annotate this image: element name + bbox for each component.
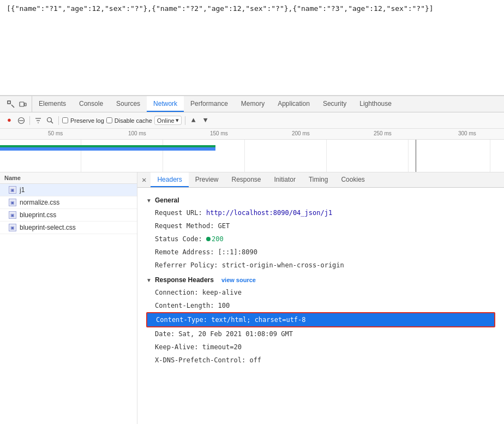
browser-content-area: [{"name":"?1","age":12,"sex":"?"},{"name… <box>0 0 504 95</box>
request-url-row: Request URL: http://localhost:8090/04_js… <box>146 206 495 219</box>
detail-tab-bar: ✕ Headers Preview Response Initiator Tim… <box>137 172 504 188</box>
timeline-vertical-marker <box>416 140 416 172</box>
status-dot <box>206 237 211 241</box>
grid-line-4 <box>326 140 327 172</box>
timeline-area: 50 ms 100 ms 150 ms 200 ms 250 ms 300 ms <box>0 129 504 172</box>
clear-button[interactable] <box>16 116 26 126</box>
timeline-graph <box>0 140 504 172</box>
request-method-row: Request Method: GET <box>146 219 495 232</box>
grid-line-5 <box>408 140 409 172</box>
tab-network[interactable]: Network <box>147 96 184 112</box>
tab-elements[interactable]: Elements <box>32 96 73 112</box>
ruler-tick-200ms: 200 ms <box>292 130 310 136</box>
devtools-panel: Elements Console Sources Network Perform… <box>0 95 504 424</box>
file-name-blueprint-select: blueprint-select.css <box>20 224 76 231</box>
detail-close-button[interactable]: ✕ <box>137 172 151 187</box>
file-icon-j1: ▣ <box>9 186 16 194</box>
inspect-element-icon[interactable] <box>7 100 15 109</box>
svg-line-10 <box>51 121 53 123</box>
file-item-blueprint-css[interactable]: ▣ blueprint.css <box>0 209 137 222</box>
response-headers-section-header: ▼ Response Headers view source <box>146 276 495 284</box>
file-item-blueprint-select-css[interactable]: ▣ blueprint-select.css <box>0 222 137 234</box>
response-header-date: Date: Sat, 20 Feb 2021 01:08:09 GMT <box>146 327 495 341</box>
headers-content: ▼ General Request URL: http://localhost:… <box>137 188 504 371</box>
response-header-content-length: Content-Length: 100 <box>146 299 495 312</box>
file-name-normalize: normalize.css <box>20 199 59 206</box>
tab-performance[interactable]: Performance <box>184 96 235 112</box>
response-header-content-type: Content-Type: text/html; charset=utf-8 <box>146 312 495 327</box>
general-section-header: ▼ General <box>146 196 495 204</box>
response-headers-toggle[interactable]: ▼ <box>146 277 152 283</box>
file-item-normalize-css[interactable]: ▣ normalize.css <box>0 196 137 209</box>
timeline-bar-green <box>0 145 215 147</box>
svg-rect-3 <box>25 103 26 106</box>
grid-line-6 <box>490 140 490 172</box>
detail-tab-preview[interactable]: Preview <box>189 172 225 187</box>
detail-tab-initiator[interactable]: Initiator <box>268 172 302 187</box>
ruler-tick-150ms: 150 ms <box>210 130 228 136</box>
general-section-toggle[interactable]: ▼ <box>146 198 152 204</box>
device-toggle-icon[interactable] <box>19 100 27 109</box>
ruler-tick-100ms: 100 ms <box>128 130 146 136</box>
file-icon-normalize: ▣ <box>9 199 16 206</box>
devtools-tab-bar: Elements Console Sources Network Perform… <box>0 96 504 112</box>
detail-tab-response[interactable]: Response <box>225 172 267 187</box>
devtools-icon-group <box>2 96 32 112</box>
status-code-row: Status Code: 200 <box>146 232 495 246</box>
referrer-policy-row: Referrer Policy: strict-origin-when-cros… <box>146 259 495 272</box>
file-name-blueprint: blueprint.css <box>20 211 56 219</box>
ruler-tick-250ms: 250 ms <box>374 130 392 136</box>
tab-sources[interactable]: Sources <box>110 96 147 112</box>
detail-tab-headers[interactable]: Headers <box>151 172 188 187</box>
timeline-ruler: 50 ms 100 ms 150 ms 200 ms 250 ms 300 ms <box>0 129 504 140</box>
network-toolbar: ● Preserve log <box>0 112 504 129</box>
tab-application[interactable]: Application <box>271 96 316 112</box>
response-header-connection: Connection: keep-alive <box>146 286 495 299</box>
svg-rect-2 <box>20 102 24 106</box>
json-output: [{"name":"?1","age":12,"sex":"?"},{"name… <box>7 4 434 13</box>
filter-button[interactable] <box>33 116 43 126</box>
grid-line-2 <box>163 140 163 172</box>
tab-lighthouse[interactable]: Lighthouse <box>353 96 398 112</box>
remote-address-row: Remote Address: [::1]:8090 <box>146 246 495 259</box>
record-button[interactable]: ● <box>4 116 14 126</box>
ruler-tick-300ms: 300 ms <box>458 130 476 136</box>
grid-line-3 <box>244 140 245 172</box>
tab-security[interactable]: Security <box>316 96 353 112</box>
throttle-select[interactable]: Online ▾ <box>154 116 182 125</box>
file-icon-blueprint-select: ▣ <box>9 224 16 231</box>
tab-memory[interactable]: Memory <box>235 96 271 112</box>
main-content-area: Name ▣ j1 ▣ normalize.css ▣ blueprint.cs… <box>0 172 504 424</box>
timeline-grid <box>0 140 504 172</box>
preserve-log-input[interactable] <box>62 117 68 123</box>
file-item-j1[interactable]: ▣ j1 <box>0 184 137 196</box>
import-har-button[interactable]: ▲ <box>189 116 199 126</box>
export-har-button[interactable]: ▼ <box>201 116 211 126</box>
toolbar-divider-3 <box>185 116 185 125</box>
detail-tab-cookies[interactable]: Cookies <box>334 172 371 187</box>
disable-cache-checkbox[interactable]: Disable cache <box>106 117 152 124</box>
tab-console[interactable]: Console <box>73 96 110 112</box>
preserve-log-checkbox[interactable]: Preserve log <box>62 117 104 124</box>
file-list-header: Name <box>0 172 137 184</box>
toolbar-divider-1 <box>29 116 30 125</box>
svg-line-1 <box>11 105 14 108</box>
search-button[interactable] <box>45 116 55 126</box>
file-list: Name ▣ j1 ▣ normalize.css ▣ blueprint.cs… <box>0 172 137 424</box>
svg-rect-0 <box>8 101 10 104</box>
file-name-j1: j1 <box>20 186 25 194</box>
file-icon-blueprint: ▣ <box>9 211 16 219</box>
ruler-tick-50ms: 50 ms <box>48 130 63 136</box>
view-source-link[interactable]: view source <box>221 277 256 283</box>
svg-point-9 <box>47 117 52 122</box>
toolbar-divider-2 <box>58 116 59 125</box>
detail-tab-timing[interactable]: Timing <box>302 172 335 187</box>
response-header-x-dns: X-DNS-Prefetch-Control: off <box>146 354 495 367</box>
detail-panel: ✕ Headers Preview Response Initiator Tim… <box>137 172 504 424</box>
disable-cache-input[interactable] <box>106 117 112 123</box>
grid-line-1 <box>81 140 81 172</box>
response-header-keep-alive: Keep-Alive: timeout=20 <box>146 341 495 354</box>
